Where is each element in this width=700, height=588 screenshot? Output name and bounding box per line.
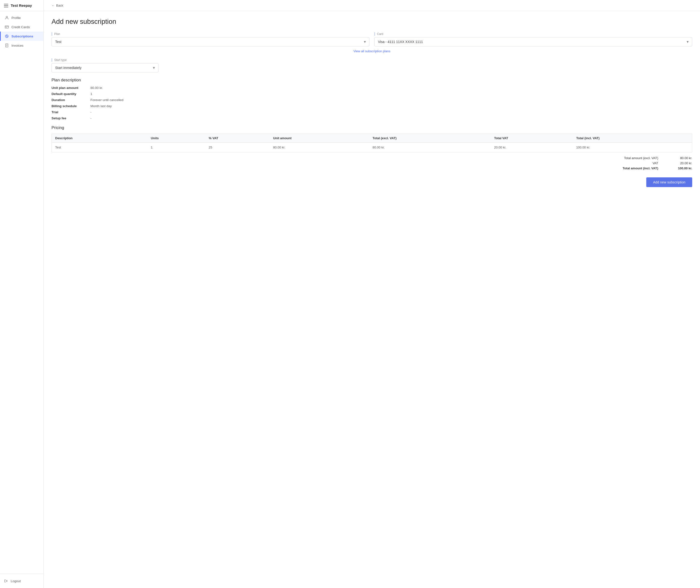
main-content: ← Back Add new subscription Plan Test ▼ … (44, 0, 700, 588)
billing-label: Billing schedule (52, 104, 90, 108)
trial-label: Trial (52, 110, 90, 114)
col-total-incl: Total (incl. VAT) (573, 134, 692, 143)
logout-icon (4, 579, 8, 583)
plan-desc-trial: Trial - (52, 110, 692, 114)
start-type-group: Start type Start immediately ▼ (52, 58, 158, 72)
sidebar-footer: Logout (0, 574, 43, 588)
plan-group: Plan Test ▼ (52, 32, 370, 46)
back-label: Back (56, 4, 63, 7)
total-incl-label: Total amount (incl. VAT) (605, 166, 658, 170)
start-type-select-wrapper: Start immediately ▼ (52, 63, 158, 72)
unit-amount-label: Unit plan amount (52, 86, 90, 90)
vat-label: VAT (605, 161, 658, 165)
plan-desc-billing: Billing schedule Month last day (52, 104, 692, 108)
plan-card-row: Plan Test ▼ Card Visa - 4111 11XX XXXX 1… (52, 32, 692, 46)
row0-vat-pct: 25 (205, 143, 270, 152)
col-units: Units (147, 134, 205, 143)
hamburger-icon[interactable] (4, 4, 8, 7)
plan-label: Plan (52, 32, 370, 36)
svg-rect-1 (5, 26, 9, 28)
sidebar-nav: Profile Credit Cards Subscr (0, 11, 43, 574)
vat-row: VAT 20.00 kr. (605, 161, 692, 165)
card-select[interactable]: Visa - 4111 11XX XXXX 1111 (374, 37, 692, 46)
invoices-icon (5, 43, 9, 48)
duration-label: Duration (52, 98, 90, 102)
pricing-table: Description Units % VAT Unit amount Tota… (52, 134, 692, 152)
trial-value: - (90, 110, 92, 114)
start-type-label: Start type (52, 58, 158, 62)
plan-select[interactable]: Test (52, 37, 370, 46)
credit-cards-label: Credit Cards (11, 25, 30, 29)
setup-fee-value: - (90, 116, 92, 120)
invoices-label: Invoices (11, 44, 24, 47)
svg-point-4 (5, 35, 8, 38)
card-group: Card Visa - 4111 11XX XXXX 1111 ▼ (374, 32, 692, 46)
logout-label: Logout (11, 579, 21, 583)
quantity-value: 1 (90, 92, 92, 96)
plan-description-fields: Unit plan amount 80.00 kr. Default quant… (52, 86, 692, 120)
total-incl-vat-row: Total amount (incl. VAT) 100.00 kr. (605, 166, 692, 170)
card-label: Card (374, 32, 692, 36)
sidebar-item-logout[interactable]: Logout (4, 577, 40, 585)
pricing-table-header-row: Description Units % VAT Unit amount Tota… (52, 134, 692, 143)
add-subscription-button[interactable]: Add new subscription (646, 177, 692, 187)
back-button[interactable]: ← Back (52, 4, 63, 7)
vat-value: 20.00 kr. (673, 161, 692, 165)
billing-value: Month last day (90, 104, 112, 108)
sidebar-item-credit-cards[interactable]: Credit Cards (0, 22, 43, 32)
setup-fee-label: Setup fee (52, 116, 90, 120)
col-total-excl: Total (excl. VAT) (369, 134, 491, 143)
profile-label: Profile (11, 16, 21, 20)
pricing-title: Pricing (52, 125, 692, 130)
start-type-select[interactable]: Start immediately (52, 63, 158, 72)
subscriptions-label: Subscriptions (11, 35, 33, 38)
col-description: Description (52, 134, 147, 143)
content-area: Add new subscription Plan Test ▼ Card Vi… (44, 11, 700, 197)
sidebar-item-invoices[interactable]: Invoices (0, 41, 43, 50)
view-plans-link[interactable]: View all subscription plans (52, 49, 692, 53)
row0-total-excl: 80.00 kr. (369, 143, 491, 152)
person-icon (5, 16, 9, 20)
plan-description-title: Plan description (52, 78, 692, 83)
sidebar-header: Test Reepay (0, 0, 43, 11)
plan-desc-quantity: Default quantity 1 (52, 92, 692, 96)
col-unit-amount: Unit amount (270, 134, 369, 143)
col-vat-pct: % VAT (205, 134, 270, 143)
unit-amount-value: 80.00 kr. (90, 86, 103, 90)
action-row: Add new subscription (52, 177, 692, 187)
subscriptions-icon (5, 34, 9, 38)
start-type-row: Start type Start immediately ▼ (52, 58, 692, 72)
back-arrow-icon: ← (52, 4, 55, 7)
svg-point-0 (6, 16, 8, 18)
total-incl-value: 100.00 kr. (673, 166, 692, 170)
page-title: Add new subscription (52, 18, 692, 26)
plan-desc-setup-fee: Setup fee - (52, 116, 692, 120)
card-select-wrapper: Visa - 4111 11XX XXXX 1111 ▼ (374, 37, 692, 46)
row0-total-incl: 100.00 kr. (573, 143, 692, 152)
app-title: Test Reepay (11, 3, 32, 8)
sidebar-item-subscriptions[interactable]: Subscriptions (0, 32, 43, 41)
pricing-row-0: Test 1 25 80.00 kr. 80.00 kr. 20.00 kr. … (52, 143, 692, 152)
row0-units: 1 (147, 143, 205, 152)
row0-total-vat: 20.00 kr. (491, 143, 573, 152)
plan-select-wrapper: Test ▼ (52, 37, 370, 46)
sidebar: Test Reepay Profile Credit Cards (0, 0, 44, 588)
col-total-vat: Total VAT (491, 134, 573, 143)
plan-desc-duration: Duration Forever until cancelled (52, 98, 692, 102)
total-excl-value: 80.00 kr. (673, 156, 692, 160)
row0-description: Test (52, 143, 147, 152)
duration-value: Forever until cancelled (90, 98, 123, 102)
topbar: ← Back (44, 0, 700, 11)
total-excl-label: Total amount (excl. VAT) (605, 156, 658, 160)
totals-section: Total amount (excl. VAT) 80.00 kr. VAT 2… (52, 156, 692, 170)
plan-desc-unit-amount: Unit plan amount 80.00 kr. (52, 86, 692, 90)
total-excl-vat-row: Total amount (excl. VAT) 80.00 kr. (605, 156, 692, 160)
sidebar-item-profile[interactable]: Profile (0, 13, 43, 22)
quantity-label: Default quantity (52, 92, 90, 96)
row0-unit-amount: 80.00 kr. (270, 143, 369, 152)
credit-card-icon (5, 25, 9, 29)
